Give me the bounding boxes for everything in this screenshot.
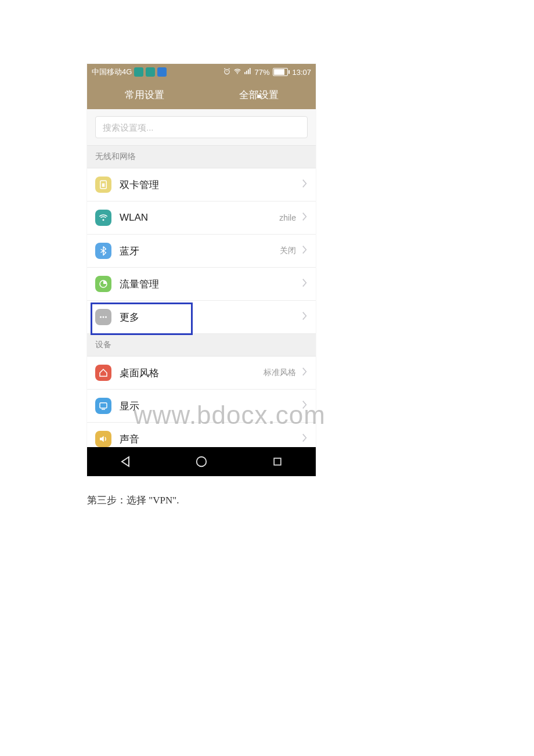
- search-input[interactable]: [95, 116, 308, 138]
- nav-recent-button[interactable]: [257, 450, 298, 473]
- row-display[interactable]: 显示: [87, 390, 316, 423]
- svg-point-20: [197, 457, 207, 467]
- battery-icon: [272, 68, 290, 76]
- sim-icon: [95, 177, 111, 193]
- chevron-right-icon: [302, 278, 308, 290]
- wifi-icon: [95, 210, 111, 226]
- row-label: 流量管理: [120, 278, 302, 291]
- chevron-right-icon: [302, 433, 308, 445]
- chevron-right-icon: [302, 367, 308, 379]
- row-data-usage[interactable]: 流量管理: [87, 268, 316, 301]
- nav-home-button[interactable]: [181, 450, 222, 473]
- chevron-right-icon: [302, 212, 308, 224]
- status-badge-icon: [146, 67, 155, 77]
- svg-line-2: [225, 68, 226, 69]
- row-label: 双卡管理: [120, 178, 302, 192]
- svg-point-11: [103, 219, 104, 221]
- step-caption: 第三步：选择 "VPN".: [87, 494, 179, 507]
- phone-frame: 中国移动4G 77% 13:07 常: [87, 64, 316, 476]
- clock: 13:07: [292, 68, 311, 77]
- chevron-right-icon: [302, 245, 308, 257]
- row-wlan[interactable]: WLAN zhile: [87, 201, 316, 235]
- tab-all-settings[interactable]: 全部设置: [201, 88, 316, 102]
- settings-tabs: 常用设置 全部设置: [87, 80, 316, 109]
- svg-rect-8: [250, 68, 251, 74]
- row-label: 蓝牙: [120, 244, 280, 258]
- svg-point-14: [103, 316, 104, 318]
- row-value: 关闭: [280, 246, 296, 256]
- svg-rect-7: [248, 69, 249, 74]
- home-icon: [95, 365, 111, 381]
- svg-marker-19: [122, 457, 129, 466]
- svg-rect-21: [274, 458, 281, 465]
- chevron-right-icon: [302, 179, 308, 190]
- nav-back-button[interactable]: [105, 450, 146, 473]
- chevron-right-icon: [302, 400, 308, 412]
- settings-scroll[interactable]: 无线和网络 双卡管理 WLAN zhile 蓝牙: [87, 109, 316, 476]
- more-icon: [95, 309, 111, 325]
- bluetooth-icon: [95, 243, 111, 259]
- sound-icon: [95, 431, 111, 447]
- chevron-right-icon: [302, 311, 308, 323]
- alarm-icon: [223, 67, 231, 77]
- row-label: 显示: [120, 399, 302, 413]
- section-device: 设备: [87, 334, 316, 357]
- display-icon: [95, 398, 111, 414]
- signal-icon: [244, 67, 252, 77]
- row-dual-sim[interactable]: 双卡管理: [87, 168, 316, 201]
- status-bar: 中国移动4G 77% 13:07: [87, 64, 316, 80]
- status-badge-icon: [157, 67, 167, 77]
- row-label: 更多: [120, 311, 302, 324]
- svg-point-13: [100, 316, 102, 318]
- android-navbar: [87, 447, 316, 476]
- section-wireless: 无线和网络: [87, 146, 316, 168]
- svg-rect-10: [102, 183, 105, 187]
- battery-pct: 77%: [254, 68, 269, 77]
- row-value: 标准风格: [264, 368, 296, 378]
- carrier-label: 中国移动4G: [92, 67, 132, 77]
- svg-rect-5: [245, 72, 246, 74]
- row-label: 声音: [120, 433, 302, 446]
- data-usage-icon: [95, 276, 111, 292]
- row-home-style[interactable]: 桌面风格 标准风格: [87, 357, 316, 390]
- svg-point-15: [105, 316, 107, 318]
- row-bluetooth[interactable]: 蓝牙 关闭: [87, 235, 316, 268]
- status-badge-icon: [134, 67, 143, 77]
- search-wrap: [87, 109, 316, 146]
- wifi-icon: [233, 67, 241, 77]
- svg-line-3: [229, 68, 230, 69]
- svg-rect-16: [100, 403, 107, 408]
- svg-point-4: [237, 73, 239, 74]
- row-label: WLAN: [120, 212, 279, 224]
- row-label: 桌面风格: [120, 366, 264, 380]
- tab-common-settings[interactable]: 常用设置: [87, 88, 201, 102]
- row-value: zhile: [279, 213, 296, 222]
- row-more[interactable]: 更多: [87, 301, 316, 334]
- svg-rect-6: [247, 70, 248, 74]
